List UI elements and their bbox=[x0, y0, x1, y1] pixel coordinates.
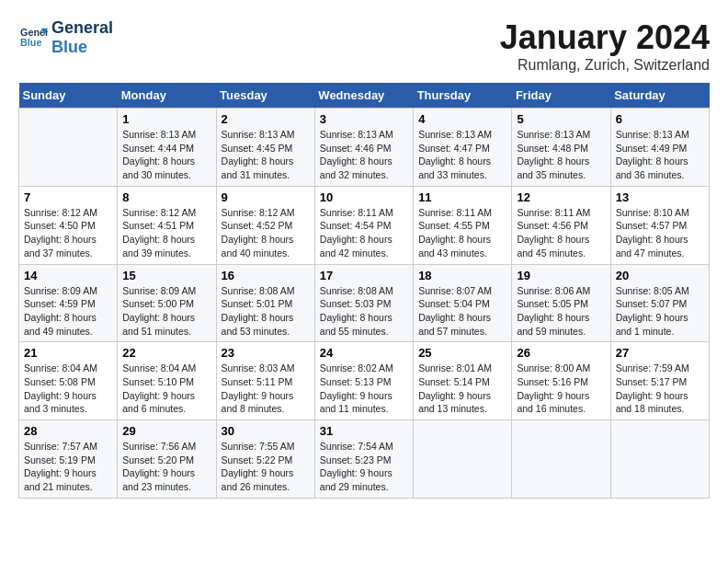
calendar-cell bbox=[19, 109, 118, 187]
day-number: 30 bbox=[222, 424, 310, 438]
day-info: Sunrise: 7:57 AMSunset: 5:19 PMDaylight:… bbox=[24, 440, 112, 494]
day-info: Sunrise: 8:07 AMSunset: 5:04 PMDaylight:… bbox=[418, 284, 506, 339]
day-info: Sunrise: 8:05 AMSunset: 5:07 PMDaylight:… bbox=[616, 284, 704, 339]
day-number: 21 bbox=[24, 346, 112, 360]
day-number: 11 bbox=[418, 190, 506, 204]
day-number: 1 bbox=[122, 112, 210, 126]
logo-icon: General Blue bbox=[20, 24, 48, 52]
day-info: Sunrise: 8:12 AMSunset: 4:51 PMDaylight:… bbox=[122, 206, 210, 260]
main-title: January 2024 bbox=[500, 18, 710, 57]
title-block: January 2024 Rumlang, Zurich, Switzerlan… bbox=[500, 18, 710, 74]
calendar-cell: 17Sunrise: 8:08 AMSunset: 5:03 PMDayligh… bbox=[314, 264, 413, 342]
calendar-cell: 2Sunrise: 8:13 AMSunset: 4:45 PMDaylight… bbox=[216, 109, 314, 187]
calendar-cell: 26Sunrise: 8:00 AMSunset: 5:16 PMDayligh… bbox=[512, 342, 610, 420]
day-number: 9 bbox=[222, 190, 310, 204]
calendar-cell: 30Sunrise: 7:55 AMSunset: 5:22 PMDayligh… bbox=[216, 420, 314, 499]
calendar-week-row: 21Sunrise: 8:04 AMSunset: 5:08 PMDayligh… bbox=[19, 342, 710, 420]
day-number: 28 bbox=[24, 424, 112, 438]
day-info: Sunrise: 8:13 AMSunset: 4:45 PMDaylight:… bbox=[222, 128, 310, 182]
calendar-cell: 7Sunrise: 8:12 AMSunset: 4:50 PMDaylight… bbox=[19, 186, 118, 264]
day-number: 5 bbox=[517, 112, 605, 126]
calendar-body: 1Sunrise: 8:13 AMSunset: 4:44 PMDaylight… bbox=[19, 109, 710, 499]
day-info: Sunrise: 7:54 AMSunset: 5:23 PMDaylight:… bbox=[320, 440, 408, 494]
day-info: Sunrise: 8:02 AMSunset: 5:13 PMDaylight:… bbox=[320, 362, 408, 416]
calendar-week-row: 28Sunrise: 7:57 AMSunset: 5:19 PMDayligh… bbox=[19, 420, 710, 499]
day-info: Sunrise: 8:11 AMSunset: 4:54 PMDaylight:… bbox=[320, 206, 408, 260]
day-info: Sunrise: 8:04 AMSunset: 5:08 PMDaylight:… bbox=[24, 362, 112, 416]
day-number: 23 bbox=[222, 346, 310, 360]
calendar-cell: 1Sunrise: 8:13 AMSunset: 4:44 PMDaylight… bbox=[118, 109, 216, 187]
weekday-header-cell: Monday bbox=[118, 83, 216, 109]
logo-line2: Blue bbox=[51, 38, 113, 57]
day-info: Sunrise: 8:12 AMSunset: 4:50 PMDaylight:… bbox=[24, 206, 112, 260]
calendar-cell: 16Sunrise: 8:08 AMSunset: 5:01 PMDayligh… bbox=[216, 264, 314, 342]
day-info: Sunrise: 7:55 AMSunset: 5:22 PMDaylight:… bbox=[222, 440, 310, 494]
day-info: Sunrise: 8:13 AMSunset: 4:44 PMDaylight:… bbox=[122, 128, 210, 182]
calendar-cell: 15Sunrise: 8:09 AMSunset: 5:00 PMDayligh… bbox=[118, 264, 216, 342]
day-number: 14 bbox=[24, 269, 112, 282]
day-info: Sunrise: 8:13 AMSunset: 4:49 PMDaylight:… bbox=[616, 128, 704, 182]
weekday-header-cell: Saturday bbox=[610, 83, 709, 109]
day-number: 18 bbox=[418, 269, 506, 282]
day-info: Sunrise: 8:11 AMSunset: 4:55 PMDaylight:… bbox=[418, 206, 506, 260]
day-number: 29 bbox=[122, 424, 210, 438]
day-number: 10 bbox=[320, 190, 408, 204]
day-number: 19 bbox=[517, 269, 605, 282]
day-info: Sunrise: 8:10 AMSunset: 4:57 PMDaylight:… bbox=[616, 206, 704, 260]
calendar-cell: 18Sunrise: 8:07 AMSunset: 5:04 PMDayligh… bbox=[414, 264, 512, 342]
calendar-cell: 28Sunrise: 7:57 AMSunset: 5:19 PMDayligh… bbox=[19, 420, 118, 499]
logo-line1: General bbox=[51, 18, 113, 38]
day-info: Sunrise: 8:13 AMSunset: 4:47 PMDaylight:… bbox=[418, 128, 506, 182]
day-number: 24 bbox=[320, 346, 408, 360]
day-info: Sunrise: 8:09 AMSunset: 4:59 PMDaylight:… bbox=[24, 284, 112, 339]
day-number: 25 bbox=[418, 346, 506, 360]
day-number: 13 bbox=[616, 190, 704, 204]
day-info: Sunrise: 8:06 AMSunset: 5:05 PMDaylight:… bbox=[517, 284, 605, 339]
day-number: 4 bbox=[418, 112, 506, 126]
calendar-cell: 5Sunrise: 8:13 AMSunset: 4:48 PMDaylight… bbox=[512, 109, 610, 187]
weekday-header-cell: Tuesday bbox=[216, 83, 314, 109]
day-info: Sunrise: 8:04 AMSunset: 5:10 PMDaylight:… bbox=[122, 362, 210, 416]
calendar-cell bbox=[512, 420, 610, 499]
calendar-cell: 4Sunrise: 8:13 AMSunset: 4:47 PMDaylight… bbox=[414, 109, 512, 187]
weekday-header-cell: Sunday bbox=[19, 83, 118, 109]
calendar-cell: 11Sunrise: 8:11 AMSunset: 4:55 PMDayligh… bbox=[414, 186, 512, 264]
calendar-cell: 6Sunrise: 8:13 AMSunset: 4:49 PMDaylight… bbox=[610, 109, 709, 187]
day-info: Sunrise: 8:09 AMSunset: 5:00 PMDaylight:… bbox=[122, 284, 210, 339]
subtitle: Rumlang, Zurich, Switzerland bbox=[500, 57, 710, 74]
header: General Blue General Blue January 2024 R… bbox=[18, 18, 710, 74]
weekday-header-row: SundayMondayTuesdayWednesdayThursdayFrid… bbox=[19, 83, 710, 109]
day-number: 26 bbox=[517, 346, 605, 360]
day-number: 12 bbox=[517, 190, 605, 204]
day-number: 27 bbox=[616, 346, 704, 360]
calendar-cell: 14Sunrise: 8:09 AMSunset: 4:59 PMDayligh… bbox=[19, 264, 118, 342]
calendar-cell: 3Sunrise: 8:13 AMSunset: 4:46 PMDaylight… bbox=[314, 109, 413, 187]
day-number: 16 bbox=[222, 269, 310, 282]
calendar-cell: 29Sunrise: 7:56 AMSunset: 5:20 PMDayligh… bbox=[118, 420, 216, 499]
day-info: Sunrise: 8:08 AMSunset: 5:01 PMDaylight:… bbox=[222, 284, 310, 339]
day-info: Sunrise: 8:13 AMSunset: 4:48 PMDaylight:… bbox=[517, 128, 605, 182]
day-number: 8 bbox=[122, 190, 210, 204]
day-info: Sunrise: 8:13 AMSunset: 4:46 PMDaylight:… bbox=[320, 128, 408, 182]
calendar-cell bbox=[610, 420, 709, 499]
calendar-cell: 12Sunrise: 8:11 AMSunset: 4:56 PMDayligh… bbox=[512, 186, 610, 264]
weekday-header-cell: Friday bbox=[512, 83, 610, 109]
calendar-cell: 19Sunrise: 8:06 AMSunset: 5:05 PMDayligh… bbox=[512, 264, 610, 342]
logo: General Blue General Blue bbox=[18, 18, 113, 56]
svg-text:Blue: Blue bbox=[20, 37, 41, 48]
day-number: 31 bbox=[320, 424, 408, 438]
day-info: Sunrise: 8:01 AMSunset: 5:14 PMDaylight:… bbox=[418, 362, 506, 416]
day-info: Sunrise: 7:56 AMSunset: 5:20 PMDaylight:… bbox=[122, 440, 210, 494]
weekday-header-cell: Wednesday bbox=[314, 83, 413, 109]
calendar-cell: 9Sunrise: 8:12 AMSunset: 4:52 PMDaylight… bbox=[216, 186, 314, 264]
calendar-cell: 13Sunrise: 8:10 AMSunset: 4:57 PMDayligh… bbox=[610, 186, 709, 264]
day-number: 3 bbox=[320, 112, 408, 126]
day-info: Sunrise: 8:00 AMSunset: 5:16 PMDaylight:… bbox=[517, 362, 605, 416]
day-number: 15 bbox=[122, 269, 210, 282]
day-number: 6 bbox=[616, 112, 704, 126]
calendar-cell: 31Sunrise: 7:54 AMSunset: 5:23 PMDayligh… bbox=[314, 420, 413, 499]
day-info: Sunrise: 8:11 AMSunset: 4:56 PMDaylight:… bbox=[517, 206, 605, 260]
day-info: Sunrise: 8:03 AMSunset: 5:11 PMDaylight:… bbox=[222, 362, 310, 416]
calendar-table: SundayMondayTuesdayWednesdayThursdayFrid… bbox=[18, 83, 710, 499]
calendar-week-row: 7Sunrise: 8:12 AMSunset: 4:50 PMDaylight… bbox=[19, 186, 710, 264]
